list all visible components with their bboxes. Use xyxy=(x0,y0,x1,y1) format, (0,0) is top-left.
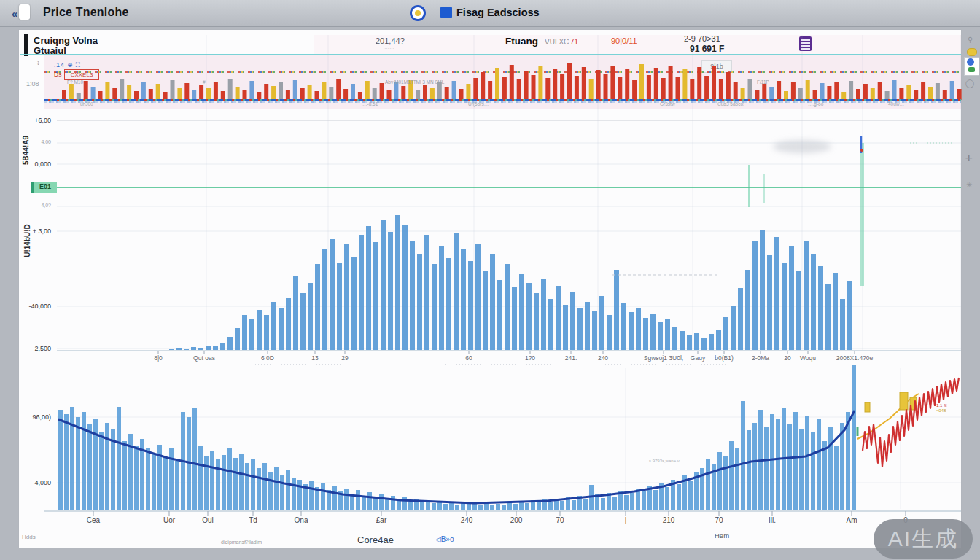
mid-axis-label: 240 xyxy=(598,354,608,362)
mid-axis-label: 1?0 xyxy=(525,354,535,362)
bottom-axis-label: 210 xyxy=(663,516,675,524)
candle-legend-line2: ≈048 xyxy=(936,408,946,413)
mid-axis-label: Qut oas xyxy=(193,354,215,362)
y-tick-label: 96,00) xyxy=(9,413,51,421)
footer-small-label: dieipmansf?iladim xyxy=(221,540,262,545)
mid-axis-label: 8|0 xyxy=(154,354,163,362)
bottom-chart-annotation: s.9793s,wane v xyxy=(649,459,680,463)
mid-axis-label: 60 xyxy=(465,354,472,362)
bottom-volume-bars xyxy=(58,365,856,510)
mid-axis-label: 6 0D xyxy=(261,354,274,362)
strip-bars xyxy=(62,63,962,100)
y-tick-label: + 3,00 xyxy=(9,228,51,235)
green-markers xyxy=(57,136,961,286)
bottom-axis xyxy=(44,511,961,516)
y-tick-label: +6,00 xyxy=(9,117,51,124)
strip-above-label: F/11P xyxy=(757,79,769,85)
candle-legend-line1: 1:1 ≋ xyxy=(936,402,947,408)
strip-above-label: F? M10 xyxy=(67,79,83,85)
footer-center-label: Core4ae xyxy=(357,534,394,545)
mid-axis-label: Gauy xyxy=(691,354,705,362)
strip-below-label: Cua3 5aoco: xyxy=(718,101,744,106)
mid-axis-label: 13 xyxy=(311,354,318,362)
strip-below-label: …-8.51 xyxy=(362,101,378,106)
mid-axis-label: b0(B1) xyxy=(715,354,734,362)
mid-axis-label: 2-0Ma xyxy=(752,354,769,362)
app-window: « Price Tnenlohe Fisag Eadscioss Cruiqng… xyxy=(0,0,980,560)
mid-axis-label: Sgwsoj1 3U0l, xyxy=(644,354,683,362)
bottom-axis-label: Uor xyxy=(163,516,175,524)
bottom-axis-label: £ar xyxy=(376,516,386,524)
bottom-axis-label: Ona xyxy=(295,516,308,524)
y-tick-label: 4,00 xyxy=(9,139,51,144)
main-volume-bars xyxy=(169,215,852,350)
bottom-axis-label: 200 xyxy=(510,516,523,524)
footer-left-label: Hdds xyxy=(22,534,36,540)
bottom-axis-label: | xyxy=(625,516,627,524)
mid-axis xyxy=(57,351,961,365)
charts-canvas[interactable] xyxy=(0,0,980,560)
y-tick-label: 2,500 xyxy=(9,345,51,352)
y-tick-label: 4,0? xyxy=(9,203,51,208)
strip-below-label: uhJ00 xyxy=(80,101,93,106)
event-dot xyxy=(860,149,863,152)
bottom-axis-label: 240 xyxy=(461,516,473,524)
y-tick-label: -40,000 xyxy=(9,303,51,310)
bottom-axis-label: 70 xyxy=(556,516,564,524)
bottom-axis-label: Cea xyxy=(87,516,100,524)
mid-axis-label: Woqu xyxy=(800,354,816,362)
bottom-axis-label: Td xyxy=(249,516,257,524)
bottom-axis-sub-label: Hem xyxy=(715,532,729,540)
bottom-axis-label: Ill. xyxy=(769,516,776,524)
candle-inset xyxy=(858,378,959,467)
strip-above-label: Abv M01M1TTMl 3 MN 0ML xyxy=(385,79,444,85)
bottom-axis-label: 70 xyxy=(715,516,723,524)
ai-watermark: AI生成 xyxy=(874,519,973,559)
y-tick-label: 4,000 xyxy=(9,479,51,486)
bottom-axis-label: Am xyxy=(847,516,858,524)
bottom-axis-label: Oul xyxy=(202,516,214,524)
y-tick-label: 0,000 xyxy=(9,160,51,168)
strip-below-label: Ur(5ors… xyxy=(468,101,489,106)
strip-above-label: # xyxy=(203,79,206,85)
strip-below-label: ….g-oo xyxy=(808,101,823,106)
mid-axis-label: 29 xyxy=(341,354,348,362)
mid-axis-label: 2008X1.4?0e xyxy=(836,354,874,362)
mid-axis-label: 241. xyxy=(565,354,578,362)
strip-below-label: Gr3stw xyxy=(660,101,675,106)
footer-link[interactable]: ◁B»o xyxy=(435,535,454,543)
strip-below-label: 40uw… xyxy=(888,101,904,106)
mid-axis-label: 20 xyxy=(784,354,790,362)
